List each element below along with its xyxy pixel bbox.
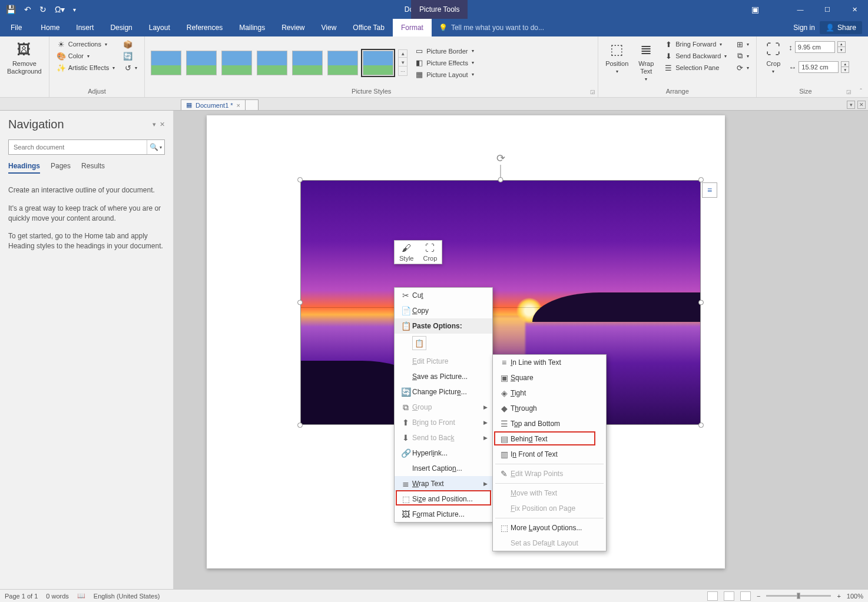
style-thumb[interactable] (186, 51, 217, 75)
status-words[interactable]: 0 words (46, 593, 69, 600)
redo-icon[interactable]: ↻ (39, 5, 47, 14)
wrap-in-front-of-text[interactable]: ▥In Front of Text (493, 447, 606, 462)
tab-layout[interactable]: Layout (141, 19, 178, 36)
share-button[interactable]: 👤 Share (820, 21, 862, 34)
gallery-more-icon[interactable]: ⋯ (399, 68, 407, 75)
rotate-button[interactable]: ⟳▾ (733, 62, 751, 73)
picture-effects-button[interactable]: ◧Picture Effects▾ (412, 58, 476, 68)
collapse-ribbon-icon[interactable]: ˆ (854, 36, 868, 97)
width-down-icon[interactable]: ▼ (842, 67, 849, 72)
tab-options-icon[interactable]: ▾ (847, 101, 855, 109)
artistic-effects-button[interactable]: ✨Artistic Effects▾ (54, 62, 117, 73)
resize-handle[interactable] (498, 177, 503, 182)
group-button[interactable]: ⧉▾ (733, 51, 751, 61)
height-down-icon[interactable]: ▼ (838, 47, 845, 52)
crop-button[interactable]: ⛶Crop▾ (761, 39, 785, 76)
tab-mailings[interactable]: Mailings (231, 19, 273, 36)
styles-dialog-launcher-icon[interactable]: ◲ (590, 89, 595, 95)
style-thumb[interactable] (327, 51, 358, 75)
ctx-format-picture[interactable]: 🖼Format Picture... (395, 507, 492, 522)
save-icon[interactable]: 💾 (6, 5, 16, 14)
wrap-tight[interactable]: ◈Tight (493, 385, 606, 401)
align-button[interactable]: ⊞▾ (733, 39, 751, 49)
status-page[interactable]: Page 1 of 1 (5, 593, 38, 600)
nav-tab-headings[interactable]: Headings (8, 162, 40, 174)
close-button[interactable]: ✕ (841, 0, 868, 19)
zoom-out-icon[interactable]: − (757, 593, 760, 600)
wrap-inline[interactable]: ≡In Line with Text (493, 355, 606, 370)
tab-file[interactable]: File (0, 19, 32, 36)
ctx-save-as-picture[interactable]: Save as Picture... (395, 369, 492, 384)
new-tab-button[interactable] (246, 99, 259, 110)
corrections-button[interactable]: ☀Corrections▾ (54, 39, 117, 49)
resize-handle[interactable] (698, 177, 704, 182)
tab-review[interactable]: Review (273, 19, 313, 36)
ctx-size-and-position[interactable]: ⬚Size and Position... (395, 491, 492, 507)
ctx-change-picture[interactable]: 🔄Change Picture... (395, 384, 492, 400)
width-up-icon[interactable]: ▲ (842, 62, 849, 67)
mini-crop-button[interactable]: ⛶ Crop (418, 241, 442, 264)
compress-pictures-button[interactable]: 📦 (121, 39, 140, 49)
width-input[interactable]: 15.92 cm (799, 61, 839, 73)
ctx-wrap-text[interactable]: ≣Wrap Text▶ (395, 476, 492, 491)
tab-home[interactable]: Home (32, 19, 68, 36)
remove-background-button[interactable]: 🖼 Remove Background (5, 39, 44, 77)
ctx-insert-caption[interactable]: Insert Caption... (395, 461, 492, 476)
tab-close-all-icon[interactable]: ✕ (857, 101, 866, 109)
style-thumb[interactable] (292, 51, 323, 75)
ribbon-display-options-icon[interactable]: ▣ (751, 5, 759, 14)
tab-office-tab[interactable]: Office Tab (344, 19, 393, 36)
ctx-copy[interactable]: 📄Copy (395, 303, 492, 318)
tab-references[interactable]: References (178, 19, 231, 36)
picture-border-button[interactable]: ▭Picture Border▾ (412, 46, 476, 56)
reset-picture-button[interactable]: ↺▾ (121, 62, 140, 73)
tab-insert[interactable]: Insert (68, 19, 102, 36)
bring-forward-button[interactable]: ⬆Bring Forward▾ (661, 39, 729, 49)
layout-options-button[interactable]: ≡ (702, 182, 717, 198)
nav-search-button[interactable]: 🔍▾ (147, 140, 164, 154)
tell-me-search[interactable]: 💡 Tell me what you want to do... (439, 19, 544, 36)
mini-style-button[interactable]: 🖌 Style (395, 241, 418, 264)
nav-tab-pages[interactable]: Pages (51, 162, 71, 174)
paste-option-keep-source[interactable]: 📋 (412, 336, 426, 350)
close-tab-icon[interactable]: × (237, 102, 240, 109)
view-web-layout[interactable] (740, 591, 751, 601)
send-backward-button[interactable]: ⬇Send Backward▾ (661, 51, 729, 61)
style-thumb[interactable] (257, 51, 287, 75)
wrap-behind-text[interactable]: ▤Behind Text (493, 431, 606, 447)
style-thumb[interactable] (221, 51, 252, 75)
maximize-button[interactable]: ☐ (814, 0, 841, 19)
gallery-down-icon[interactable]: ▼ (399, 59, 407, 66)
height-up-icon[interactable]: ▲ (838, 42, 845, 47)
nav-tab-results[interactable]: Results (81, 162, 105, 174)
position-button[interactable]: ⬚Position▾ (603, 39, 631, 76)
zoom-level[interactable]: 100% (847, 593, 863, 600)
style-thumb[interactable] (151, 51, 181, 75)
qat-customize-icon[interactable]: ▾ (73, 6, 76, 13)
nav-close-icon[interactable]: ✕ (160, 121, 165, 128)
zoom-slider[interactable] (766, 595, 831, 597)
tab-view[interactable]: View (313, 19, 345, 36)
wrap-text-button[interactable]: ≣Wrap Text▾ (634, 39, 658, 84)
style-thumb-selected[interactable] (363, 51, 393, 75)
minimize-button[interactable]: — (787, 0, 814, 19)
qat-more-icon[interactable]: Ω▾ (55, 5, 65, 14)
resize-handle[interactable] (698, 423, 704, 428)
resize-handle[interactable] (297, 177, 303, 182)
document-tab[interactable]: ▦ Document1 * × (181, 99, 246, 110)
color-button[interactable]: 🎨Color▾ (54, 51, 117, 61)
gallery-up-icon[interactable]: ▲ (399, 50, 407, 58)
nav-dropdown-icon[interactable]: ▾ (153, 121, 156, 128)
wrap-through[interactable]: ◆Through (493, 401, 606, 416)
picture-layout-button[interactable]: ▦Picture Layout▾ (412, 69, 476, 80)
wrap-square[interactable]: ▣Square (493, 370, 606, 385)
undo-icon[interactable]: ↶ (24, 5, 31, 14)
size-dialog-launcher-icon[interactable]: ◲ (846, 89, 852, 95)
change-picture-button[interactable]: 🔄 (121, 51, 140, 61)
resize-handle[interactable] (297, 423, 303, 428)
height-input[interactable]: 9.95 cm (795, 41, 835, 53)
resize-handle[interactable] (297, 300, 303, 305)
sign-in-link[interactable]: Sign in (793, 24, 815, 32)
view-read-mode[interactable] (707, 591, 718, 601)
ctx-hyperlink[interactable]: 🔗Hyperlink... (395, 445, 492, 461)
